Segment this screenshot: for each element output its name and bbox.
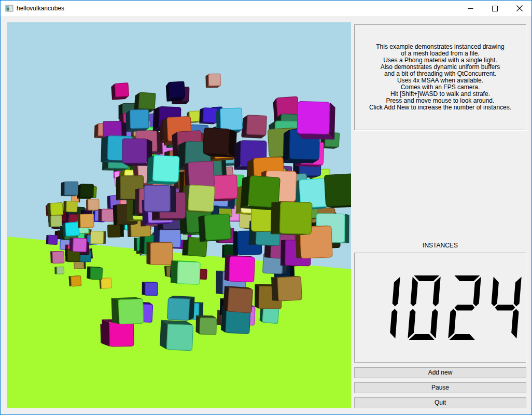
add-new-button[interactable]: Add new <box>354 367 526 378</box>
client-area: This example demonstrates instanced draw… <box>1 16 531 414</box>
app-icon <box>5 4 13 12</box>
control-panel: This example demonstrates instanced draw… <box>354 16 526 414</box>
maximize-icon <box>492 6 498 11</box>
window-title: hellovulkancubes <box>17 5 64 12</box>
instances-lcd <box>354 253 526 363</box>
pause-button[interactable]: Pause <box>354 382 526 393</box>
maximize-button[interactable] <box>483 1 507 16</box>
info-frame: This example demonstrates instanced draw… <box>354 24 526 130</box>
close-icon <box>516 5 523 11</box>
lcd-digits <box>360 273 522 345</box>
minimize-icon <box>468 6 473 11</box>
close-button[interactable] <box>507 1 531 16</box>
vulkan-viewport[interactable] <box>7 22 351 408</box>
instances-label: INSTANCES <box>354 242 526 249</box>
titlebar[interactable]: hellovulkancubes <box>1 1 531 16</box>
quit-button[interactable]: Quit <box>354 397 526 408</box>
app-window: hellovulkancubes This example d <box>0 0 532 415</box>
info-text: This example demonstrates instanced draw… <box>369 44 511 111</box>
cubes-scene <box>7 22 351 408</box>
minimize-button[interactable] <box>458 1 483 16</box>
